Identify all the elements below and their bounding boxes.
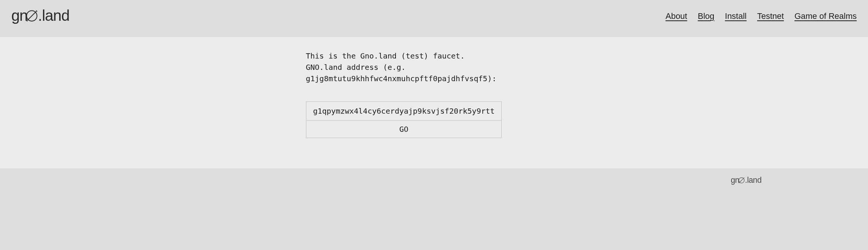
svg-text:gn: gn [731, 176, 739, 185]
nav-link-install[interactable]: Install [725, 11, 747, 21]
main-nav: About Blog Install Testnet Game of Realm… [666, 11, 857, 21]
svg-text:gn: gn [11, 8, 28, 24]
go-button[interactable]: GO [306, 121, 502, 138]
faucet-address-label: GNO.land address (e.g. g1jg8mtutu9khhfwc… [306, 62, 566, 84]
nav-link-about[interactable]: About [666, 11, 687, 21]
nav-link-blog[interactable]: Blog [698, 11, 714, 21]
nav-link-game-of-realms[interactable]: Game of Realms [794, 11, 857, 21]
site-footer: gn .land [0, 170, 868, 193]
svg-text:.land: .land [38, 8, 69, 24]
faucet-title-line: This is the Gno.land (test) faucet. [306, 50, 566, 62]
gnoland-logo-icon: gn .land [11, 8, 101, 25]
svg-line-2 [27, 11, 37, 21]
site-header: gn .land About Blog Install Testnet Game… [0, 0, 868, 35]
site-logo[interactable]: gn .land [11, 8, 101, 25]
address-input[interactable] [306, 101, 502, 121]
main-content: This is the Gno.land (test) faucet. GNO.… [0, 37, 868, 168]
svg-text:.land: .land [745, 176, 762, 184]
faucet-panel: This is the Gno.land (test) faucet. GNO.… [302, 50, 566, 138]
gnoland-logo-small-icon: gn .land [731, 176, 779, 185]
footer-logo[interactable]: gn .land [731, 176, 779, 185]
faucet-description: This is the Gno.land (test) faucet. GNO.… [306, 50, 566, 84]
nav-link-testnet[interactable]: Testnet [757, 11, 784, 21]
faucet-form: GO [306, 101, 502, 138]
